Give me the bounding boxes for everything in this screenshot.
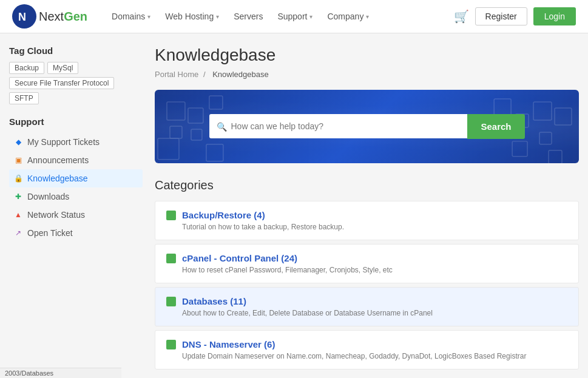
ticket-icon: ◆ [14, 138, 22, 146]
tag-row-1: Backup MySql [9, 62, 143, 74]
category-name: Backup/Restore (4) [166, 210, 567, 220]
category-desc: Update Domain Nameserver on Name.com, Na… [182, 352, 567, 360]
category-name: Databases (11) [166, 296, 567, 306]
category-title: Backup/Restore (4) [182, 210, 265, 220]
status-bar: 2003/Databases [0, 368, 121, 378]
cart-icon[interactable]: 🛒 [454, 9, 469, 24]
page-body: Tag Cloud Backup MySql Secure File Trans… [0, 33, 588, 378]
tag-sftp-long[interactable]: Secure File Transfer Protocol [9, 77, 114, 89]
tag-row-2: Secure File Transfer Protocol SFTP [9, 77, 143, 104]
chevron-down-icon: ▾ [216, 13, 219, 20]
search-button[interactable]: Search [467, 114, 524, 139]
sidebar-item-knowledgebase[interactable]: 🔒 Knowledgebase [9, 169, 143, 187]
open-ticket-icon: ↗ [14, 229, 22, 237]
category-backup[interactable]: Backup/Restore (4) Tutorial on how to ta… [155, 201, 579, 240]
svg-rect-9 [494, 99, 511, 116]
nav-webhosting[interactable]: Web Hosting ▾ [159, 8, 225, 25]
nav-support-label: Support [277, 12, 307, 21]
navbar-right: 🛒 Register Login [454, 7, 576, 25]
search-banner: 🔍 Search [155, 90, 579, 163]
nav-company-label: Company [327, 12, 363, 21]
svg-rect-6 [158, 138, 179, 160]
category-icon [166, 211, 176, 220]
page-title: Knowledgebase [155, 46, 579, 65]
nav-servers-label: Servers [234, 12, 263, 21]
nav-company[interactable]: Company ▾ [321, 8, 375, 25]
announce-icon: ▣ [14, 156, 22, 164]
tag-mysql[interactable]: MySql [47, 62, 78, 74]
svg-rect-3 [188, 108, 203, 123]
category-desc: Tutorial on how to take a backup, Restor… [182, 223, 567, 231]
sidebar-item-announcements[interactable]: ▣ Announcements [9, 151, 143, 169]
category-cpanel[interactable]: cPanel - Control Panel (24) How to reset… [155, 244, 579, 283]
svg-rect-13 [512, 141, 527, 157]
sidebar-item-downloads[interactable]: ✚ Downloads [9, 187, 143, 206]
sidebar-item-label: Open Ticket [27, 228, 73, 238]
svg-text:N: N [18, 11, 26, 23]
category-title: DNS - Nameserver (6) [182, 339, 275, 349]
nav-links: Domains ▾ Web Hosting ▾ Servers Support … [106, 8, 454, 25]
sidebar-item-label: Downloads [27, 192, 69, 201]
category-dns[interactable]: DNS - Nameserver (6) Update Domain Names… [155, 330, 579, 370]
nav-domains-label: Domains [112, 12, 145, 21]
logo[interactable]: N NextGen [12, 4, 87, 29]
svg-rect-4 [170, 126, 182, 138]
svg-rect-7 [209, 96, 223, 109]
category-desc: About how to Create, Edit, Delete Databa… [182, 309, 567, 317]
status-bar-text: 2003/Databases [5, 370, 53, 377]
search-bar: 🔍 Search [209, 114, 525, 139]
search-input[interactable] [209, 114, 468, 138]
breadcrumb-separator: / [203, 70, 206, 79]
support-section: Support ◆ My Support Tickets ▣ Announcem… [9, 116, 143, 242]
sidebar-item-my-support-tickets[interactable]: ◆ My Support Tickets [9, 133, 143, 151]
category-title: Databases (11) [182, 296, 246, 306]
category-name: DNS - Nameserver (6) [166, 339, 567, 349]
sidebar-item-label: Knowledgebase [27, 174, 88, 183]
breadcrumb-current: Knowledgebase [212, 70, 269, 79]
category-icon [166, 297, 176, 306]
logo-icon: N [12, 4, 36, 29]
svg-rect-15 [555, 108, 572, 125]
register-button[interactable]: Register [475, 7, 527, 25]
breadcrumb-home[interactable]: Portal Home [155, 70, 198, 79]
tag-backup[interactable]: Backup [9, 62, 44, 74]
svg-rect-5 [191, 129, 202, 140]
breadcrumb: Portal Home / Knowledgebase [155, 70, 579, 79]
search-icon: 🔍 [217, 122, 227, 132]
tag-cloud-title: Tag Cloud [9, 46, 143, 56]
download-icon: ✚ [14, 192, 22, 201]
svg-rect-12 [533, 102, 552, 120]
navbar: N NextGen Domains ▾ Web Hosting ▾ Server… [0, 0, 588, 33]
nav-support[interactable]: Support ▾ [271, 8, 319, 25]
nav-webhosting-label: Web Hosting [165, 12, 214, 21]
category-icon [166, 340, 176, 349]
category-databases[interactable]: Databases (11) About how to Create, Edit… [155, 287, 579, 326]
sidebar-item-label: Network Status [27, 210, 85, 220]
sidebar-item-label: My Support Tickets [27, 137, 100, 147]
sidebar: Tag Cloud Backup MySql Secure File Trans… [9, 46, 143, 373]
category-name: cPanel - Control Panel (24) [166, 253, 567, 263]
svg-rect-16 [549, 150, 562, 163]
support-section-title: Support [9, 116, 143, 127]
search-input-wrap: 🔍 [209, 114, 468, 139]
main-content: Knowledgebase Portal Home / Knowledgebas… [155, 46, 579, 373]
categories-title: Categories [155, 178, 579, 192]
nav-domains[interactable]: Domains ▾ [106, 8, 157, 25]
category-title: cPanel - Control Panel (24) [182, 253, 297, 263]
sidebar-item-network-status[interactable]: ▲ Network Status [9, 206, 143, 224]
svg-rect-14 [539, 132, 552, 144]
book-icon: 🔒 [14, 174, 22, 183]
svg-rect-8 [206, 144, 223, 161]
sidebar-item-label: Announcements [27, 155, 89, 165]
category-icon [166, 254, 176, 263]
sidebar-item-open-ticket[interactable]: ↗ Open Ticket [9, 224, 143, 242]
chevron-down-icon: ▾ [309, 13, 313, 20]
chevron-down-icon: ▾ [147, 13, 150, 20]
svg-rect-2 [167, 102, 185, 120]
nav-servers[interactable]: Servers [228, 8, 269, 25]
login-button[interactable]: Login [533, 7, 576, 25]
network-icon: ▲ [14, 211, 22, 219]
tag-sftp[interactable]: SFTP [9, 92, 39, 104]
category-desc: How to reset cPanel Password, Filemanage… [182, 266, 567, 274]
logo-text-gen: Gen [64, 10, 87, 24]
